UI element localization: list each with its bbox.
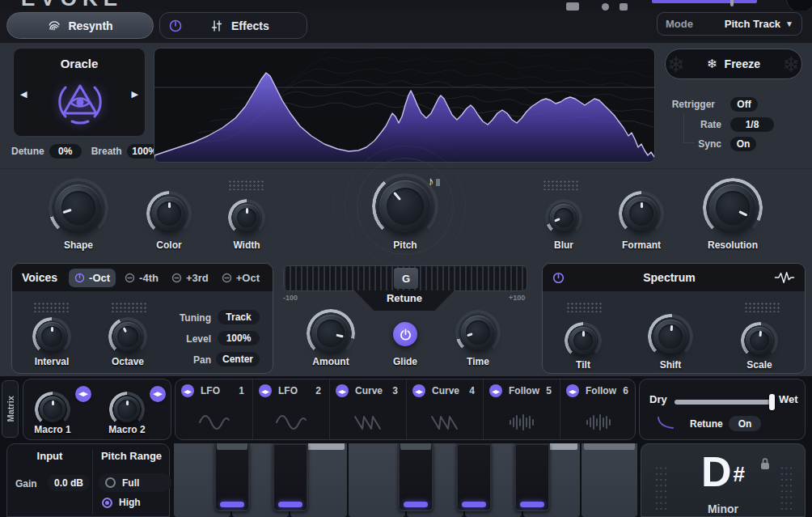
dry-label: Dry: [649, 393, 667, 405]
glide-power-button[interactable]: [393, 322, 417, 346]
matrix-tab[interactable]: Matrix: [2, 380, 19, 438]
oracle-eye-icon[interactable]: [54, 76, 106, 128]
drag-badge-icon[interactable]: ◀▶: [412, 384, 425, 397]
key-scale-panel[interactable]: D# Minor: [641, 443, 806, 517]
sine-icon: [273, 412, 309, 433]
macro2-drag-badge[interactable]: ◀▶: [150, 386, 166, 402]
interval-knob[interactable]: [32, 317, 71, 356]
pan-value[interactable]: Center: [216, 352, 260, 367]
resolution-knob[interactable]: [703, 178, 763, 238]
drag-badge-icon[interactable]: ◀▶: [566, 384, 579, 397]
retune-slider[interactable]: G: [283, 265, 527, 291]
power-icon[interactable]: [168, 19, 183, 33]
rate-row: Rate 1/8: [679, 117, 774, 132]
voice-tab-3rd-up[interactable]: +3rd: [166, 269, 214, 287]
drag-badge-icon[interactable]: ◀▶: [181, 384, 194, 397]
slot-name: Follow: [586, 385, 616, 396]
octave-knob[interactable]: [108, 317, 147, 356]
time-knob[interactable]: [455, 310, 501, 355]
level-value[interactable]: 100%: [218, 331, 260, 345]
dry-wet-slider[interactable]: [675, 400, 772, 405]
retune-min: -100: [283, 294, 298, 302]
next-arrow[interactable]: ▶: [132, 89, 138, 100]
gain-label: Gain: [15, 478, 43, 489]
shape-knob[interactable]: [49, 178, 108, 238]
drag-badge-icon[interactable]: ◀▶: [259, 384, 272, 397]
mod-slot-follow6[interactable]: ◀▶ Follow 6: [560, 379, 636, 439]
power-on-icon[interactable]: [552, 272, 565, 284]
drag-badge-icon[interactable]: ◀▶: [336, 384, 349, 397]
blur-knob[interactable]: [545, 199, 582, 236]
scale-knob[interactable]: [741, 322, 778, 359]
voice-tab-oct-down[interactable]: -Oct: [69, 269, 116, 287]
effects-tab[interactable]: Effects: [159, 12, 307, 39]
pitch-knob[interactable]: [372, 173, 438, 239]
mod-slot-follow5[interactable]: ◀▶ Follow 5: [483, 379, 560, 439]
macro1-drag-badge[interactable]: ◀▶: [75, 386, 91, 402]
mod-drop-zone[interactable]: [543, 180, 580, 190]
settings-icon[interactable]: [620, 3, 628, 11]
range-option-full[interactable]: Full: [99, 473, 171, 492]
mod-drop-zone[interactable]: [566, 302, 603, 312]
drag-badge-icon[interactable]: ◀▶: [489, 384, 502, 397]
sync-value[interactable]: On: [730, 137, 756, 151]
mod-drop-zone[interactable]: [228, 180, 265, 190]
wet-label: Wet: [779, 393, 798, 405]
macro2-knob[interactable]: [109, 392, 145, 427]
mix-retune-toggle[interactable]: On: [729, 416, 761, 431]
preset-browser-icon[interactable]: [566, 2, 579, 11]
mod-slot-lfo2[interactable]: ◀▶ LFO 2: [252, 379, 329, 439]
retrigger-label: Retrigger: [665, 99, 715, 110]
snowflake-icon: ❄: [707, 57, 717, 71]
amount-knob[interactable]: [307, 309, 355, 358]
scale-indicator: [404, 502, 428, 507]
dry-wet-handle[interactable]: [769, 394, 775, 410]
white-key[interactable]: [582, 443, 637, 517]
root-letter: D: [701, 448, 732, 495]
mod-slot-curve3[interactable]: ◀▶ Curve 3: [329, 379, 406, 439]
color-knob[interactable]: [146, 191, 192, 236]
voice-tab-oct-up[interactable]: +Oct: [216, 269, 265, 287]
slot-number: 6: [623, 385, 628, 396]
black-key[interactable]: [214, 443, 250, 511]
tilt-label: Tilt: [551, 359, 615, 371]
mod-slot-curve4[interactable]: ◀▶ Curve 4: [406, 379, 483, 439]
master-knob[interactable]: [786, 0, 812, 11]
mode-dropdown[interactable]: Mode Pitch Track ▼: [657, 12, 802, 36]
glide-curve-icon: [656, 416, 675, 430]
slot-number: 5: [546, 385, 552, 396]
freeze-button[interactable]: ❄ ❄ ❄ Freeze: [665, 49, 802, 79]
black-key[interactable]: [398, 443, 433, 511]
retrigger-value[interactable]: Off: [730, 97, 758, 112]
detune-value[interactable]: 0%: [49, 144, 82, 159]
macro1-knob[interactable]: [35, 392, 70, 427]
tuning-value[interactable]: Track: [218, 310, 260, 324]
tilt-knob[interactable]: [565, 322, 602, 359]
undo-icon[interactable]: [602, 3, 609, 11]
black-key[interactable]: [273, 443, 308, 511]
prev-arrow[interactable]: ◀: [20, 89, 27, 100]
keyboard: [174, 443, 637, 517]
sync-label: Sync: [679, 138, 721, 150]
formant-knob[interactable]: [619, 191, 664, 236]
mod-drop-zone[interactable]: [33, 302, 70, 312]
mod-slot-lfo1[interactable]: ◀▶ LFO 1: [176, 379, 252, 439]
voice-tab-4th-down[interactable]: -4th: [119, 269, 164, 287]
range-option-high[interactable]: High: [102, 497, 141, 508]
level-label: Level: [171, 333, 211, 345]
gain-value[interactable]: 0.0 dB: [48, 475, 90, 491]
shift-knob[interactable]: [648, 314, 693, 359]
mod-drop-zone[interactable]: [111, 302, 148, 312]
rate-value[interactable]: 1/8: [730, 117, 774, 132]
black-key[interactable]: [514, 443, 550, 511]
spectrum-section: Spectrum Tilt Shift Scale: [542, 263, 806, 374]
white-key[interactable]: [349, 443, 405, 517]
resynth-tab[interactable]: Resynth: [6, 12, 154, 39]
mod-drop-zone[interactable]: [744, 302, 781, 312]
output-level-handle[interactable]: [730, 0, 734, 6]
output-level-slider[interactable]: [652, 0, 757, 3]
black-key[interactable]: [456, 443, 492, 511]
retune-note-handle[interactable]: G: [394, 268, 418, 289]
width-knob[interactable]: [228, 199, 265, 236]
mod-slots: ◀▶ LFO 1 ◀▶ LFO 2 ◀▶ Curve 3: [175, 379, 636, 440]
